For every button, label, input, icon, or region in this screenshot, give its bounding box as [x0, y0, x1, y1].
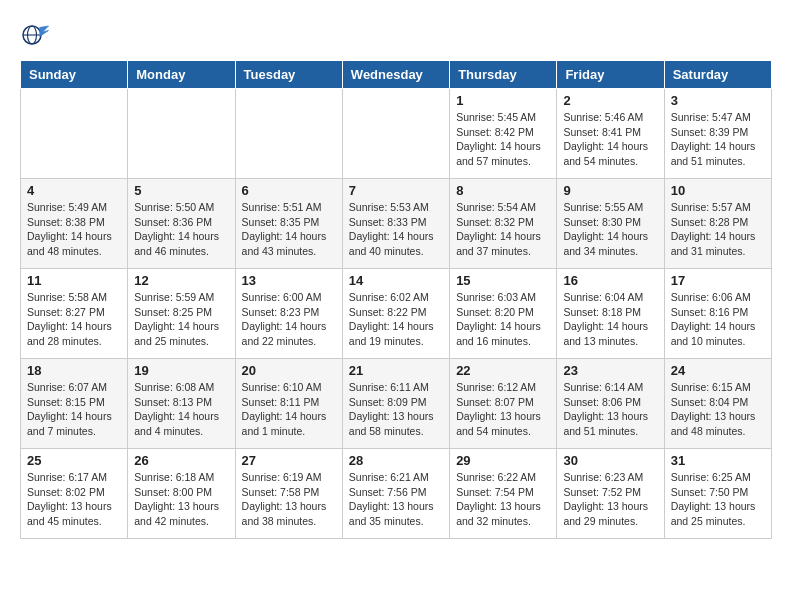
day-number: 11: [27, 273, 121, 288]
logo: [20, 20, 54, 50]
day-info: Sunrise: 6:15 AM Sunset: 8:04 PM Dayligh…: [671, 380, 765, 439]
day-number: 21: [349, 363, 443, 378]
weekday-header-thursday: Thursday: [450, 61, 557, 89]
day-info: Sunrise: 6:21 AM Sunset: 7:56 PM Dayligh…: [349, 470, 443, 529]
day-number: 9: [563, 183, 657, 198]
weekday-header-wednesday: Wednesday: [342, 61, 449, 89]
day-info: Sunrise: 5:55 AM Sunset: 8:30 PM Dayligh…: [563, 200, 657, 259]
day-info: Sunrise: 5:54 AM Sunset: 8:32 PM Dayligh…: [456, 200, 550, 259]
calendar-cell: 28Sunrise: 6:21 AM Sunset: 7:56 PM Dayli…: [342, 449, 449, 539]
week-row-3: 11Sunrise: 5:58 AM Sunset: 8:27 PM Dayli…: [21, 269, 772, 359]
calendar-cell: 31Sunrise: 6:25 AM Sunset: 7:50 PM Dayli…: [664, 449, 771, 539]
calendar-cell: [235, 89, 342, 179]
calendar-table: SundayMondayTuesdayWednesdayThursdayFrid…: [20, 60, 772, 539]
day-info: Sunrise: 5:49 AM Sunset: 8:38 PM Dayligh…: [27, 200, 121, 259]
calendar-cell: 15Sunrise: 6:03 AM Sunset: 8:20 PM Dayli…: [450, 269, 557, 359]
calendar-cell: 13Sunrise: 6:00 AM Sunset: 8:23 PM Dayli…: [235, 269, 342, 359]
calendar-cell: 18Sunrise: 6:07 AM Sunset: 8:15 PM Dayli…: [21, 359, 128, 449]
day-info: Sunrise: 6:12 AM Sunset: 8:07 PM Dayligh…: [456, 380, 550, 439]
day-info: Sunrise: 6:02 AM Sunset: 8:22 PM Dayligh…: [349, 290, 443, 349]
week-row-1: 1Sunrise: 5:45 AM Sunset: 8:42 PM Daylig…: [21, 89, 772, 179]
day-number: 12: [134, 273, 228, 288]
day-number: 26: [134, 453, 228, 468]
day-number: 31: [671, 453, 765, 468]
calendar-cell: [128, 89, 235, 179]
day-number: 18: [27, 363, 121, 378]
day-info: Sunrise: 6:10 AM Sunset: 8:11 PM Dayligh…: [242, 380, 336, 439]
weekday-header-friday: Friday: [557, 61, 664, 89]
day-number: 7: [349, 183, 443, 198]
day-number: 27: [242, 453, 336, 468]
calendar-cell: 5Sunrise: 5:50 AM Sunset: 8:36 PM Daylig…: [128, 179, 235, 269]
day-number: 5: [134, 183, 228, 198]
day-info: Sunrise: 6:07 AM Sunset: 8:15 PM Dayligh…: [27, 380, 121, 439]
day-number: 19: [134, 363, 228, 378]
week-row-2: 4Sunrise: 5:49 AM Sunset: 8:38 PM Daylig…: [21, 179, 772, 269]
calendar-cell: 2Sunrise: 5:46 AM Sunset: 8:41 PM Daylig…: [557, 89, 664, 179]
day-info: Sunrise: 5:51 AM Sunset: 8:35 PM Dayligh…: [242, 200, 336, 259]
calendar-cell: 25Sunrise: 6:17 AM Sunset: 8:02 PM Dayli…: [21, 449, 128, 539]
day-info: Sunrise: 6:23 AM Sunset: 7:52 PM Dayligh…: [563, 470, 657, 529]
day-number: 28: [349, 453, 443, 468]
calendar-cell: [21, 89, 128, 179]
week-row-5: 25Sunrise: 6:17 AM Sunset: 8:02 PM Dayli…: [21, 449, 772, 539]
calendar-cell: 29Sunrise: 6:22 AM Sunset: 7:54 PM Dayli…: [450, 449, 557, 539]
day-number: 30: [563, 453, 657, 468]
calendar-cell: 20Sunrise: 6:10 AM Sunset: 8:11 PM Dayli…: [235, 359, 342, 449]
day-number: 8: [456, 183, 550, 198]
day-number: 17: [671, 273, 765, 288]
calendar-cell: 24Sunrise: 6:15 AM Sunset: 8:04 PM Dayli…: [664, 359, 771, 449]
day-number: 4: [27, 183, 121, 198]
calendar-cell: 4Sunrise: 5:49 AM Sunset: 8:38 PM Daylig…: [21, 179, 128, 269]
day-info: Sunrise: 6:03 AM Sunset: 8:20 PM Dayligh…: [456, 290, 550, 349]
day-info: Sunrise: 6:04 AM Sunset: 8:18 PM Dayligh…: [563, 290, 657, 349]
day-info: Sunrise: 5:50 AM Sunset: 8:36 PM Dayligh…: [134, 200, 228, 259]
calendar-cell: 30Sunrise: 6:23 AM Sunset: 7:52 PM Dayli…: [557, 449, 664, 539]
day-number: 2: [563, 93, 657, 108]
day-number: 14: [349, 273, 443, 288]
weekday-header-sunday: Sunday: [21, 61, 128, 89]
day-info: Sunrise: 5:46 AM Sunset: 8:41 PM Dayligh…: [563, 110, 657, 169]
day-number: 3: [671, 93, 765, 108]
day-info: Sunrise: 6:00 AM Sunset: 8:23 PM Dayligh…: [242, 290, 336, 349]
calendar-cell: 19Sunrise: 6:08 AM Sunset: 8:13 PM Dayli…: [128, 359, 235, 449]
calendar-cell: 12Sunrise: 5:59 AM Sunset: 8:25 PM Dayli…: [128, 269, 235, 359]
day-info: Sunrise: 5:59 AM Sunset: 8:25 PM Dayligh…: [134, 290, 228, 349]
day-info: Sunrise: 5:53 AM Sunset: 8:33 PM Dayligh…: [349, 200, 443, 259]
calendar-cell: 21Sunrise: 6:11 AM Sunset: 8:09 PM Dayli…: [342, 359, 449, 449]
day-number: 6: [242, 183, 336, 198]
day-number: 15: [456, 273, 550, 288]
day-info: Sunrise: 6:22 AM Sunset: 7:54 PM Dayligh…: [456, 470, 550, 529]
day-info: Sunrise: 5:45 AM Sunset: 8:42 PM Dayligh…: [456, 110, 550, 169]
day-number: 20: [242, 363, 336, 378]
day-info: Sunrise: 6:25 AM Sunset: 7:50 PM Dayligh…: [671, 470, 765, 529]
logo-icon: [20, 20, 50, 50]
calendar-cell: 10Sunrise: 5:57 AM Sunset: 8:28 PM Dayli…: [664, 179, 771, 269]
weekday-header-saturday: Saturday: [664, 61, 771, 89]
day-number: 23: [563, 363, 657, 378]
calendar-cell: 17Sunrise: 6:06 AM Sunset: 8:16 PM Dayli…: [664, 269, 771, 359]
calendar-cell: 1Sunrise: 5:45 AM Sunset: 8:42 PM Daylig…: [450, 89, 557, 179]
calendar-cell: 3Sunrise: 5:47 AM Sunset: 8:39 PM Daylig…: [664, 89, 771, 179]
calendar-cell: [342, 89, 449, 179]
day-number: 10: [671, 183, 765, 198]
week-row-4: 18Sunrise: 6:07 AM Sunset: 8:15 PM Dayli…: [21, 359, 772, 449]
calendar-cell: 27Sunrise: 6:19 AM Sunset: 7:58 PM Dayli…: [235, 449, 342, 539]
day-info: Sunrise: 6:19 AM Sunset: 7:58 PM Dayligh…: [242, 470, 336, 529]
calendar-cell: 7Sunrise: 5:53 AM Sunset: 8:33 PM Daylig…: [342, 179, 449, 269]
weekday-header-monday: Monday: [128, 61, 235, 89]
day-info: Sunrise: 5:57 AM Sunset: 8:28 PM Dayligh…: [671, 200, 765, 259]
day-info: Sunrise: 6:11 AM Sunset: 8:09 PM Dayligh…: [349, 380, 443, 439]
day-number: 29: [456, 453, 550, 468]
calendar-cell: 9Sunrise: 5:55 AM Sunset: 8:30 PM Daylig…: [557, 179, 664, 269]
day-info: Sunrise: 5:58 AM Sunset: 8:27 PM Dayligh…: [27, 290, 121, 349]
weekday-header-row: SundayMondayTuesdayWednesdayThursdayFrid…: [21, 61, 772, 89]
day-info: Sunrise: 6:17 AM Sunset: 8:02 PM Dayligh…: [27, 470, 121, 529]
calendar-cell: 6Sunrise: 5:51 AM Sunset: 8:35 PM Daylig…: [235, 179, 342, 269]
day-number: 1: [456, 93, 550, 108]
day-info: Sunrise: 6:06 AM Sunset: 8:16 PM Dayligh…: [671, 290, 765, 349]
header: [20, 20, 772, 50]
day-number: 25: [27, 453, 121, 468]
day-number: 16: [563, 273, 657, 288]
day-number: 24: [671, 363, 765, 378]
